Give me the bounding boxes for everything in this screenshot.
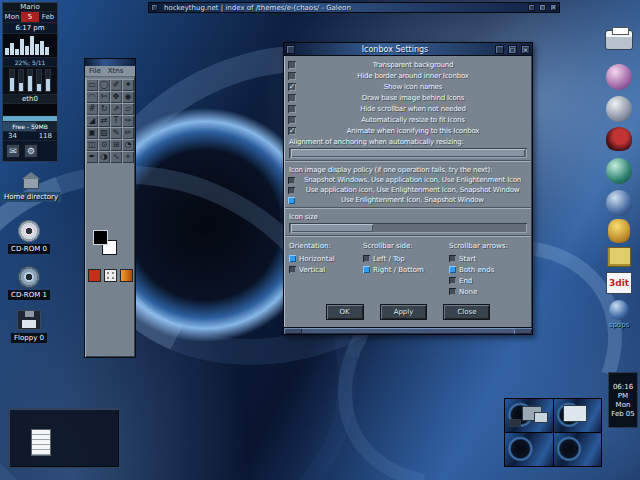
policy-row[interactable]: Use application icon, Use Enlightenment … [284, 185, 532, 195]
maximize-button[interactable]: □ [539, 4, 546, 11]
gimp-titlebar[interactable] [85, 59, 135, 66]
window-menu-button[interactable] [151, 4, 158, 11]
dock-item-app2[interactable] [602, 96, 636, 122]
checkbox[interactable] [289, 266, 296, 273]
policy-row[interactable]: Use Enlightenment Icon, Snapshot Window [284, 195, 532, 205]
slider-knob[interactable] [291, 149, 525, 157]
checkbox-checked[interactable] [363, 266, 370, 273]
tool-button[interactable]: ∿ [110, 151, 122, 163]
tool-button[interactable]: ▭ [86, 79, 98, 91]
orientation-option[interactable]: Vertical [289, 264, 359, 275]
option-row[interactable]: Automatically resize to fit Icons [284, 114, 532, 125]
radio-button-selected[interactable] [288, 197, 295, 204]
maximize-button[interactable]: □ [508, 45, 517, 54]
tool-button[interactable]: ◢ [86, 115, 98, 127]
tool-button[interactable]: ⇄ [98, 115, 110, 127]
dock-item-app5[interactable] [602, 219, 636, 243]
iconified-window-icon[interactable] [31, 429, 51, 456]
dock-item-app3[interactable] [602, 158, 636, 184]
gear-icon[interactable]: ⚙ [24, 144, 38, 158]
close-icon[interactable]: × [550, 4, 557, 11]
pager-desktop-1[interactable] [505, 399, 553, 432]
pager-window[interactable] [563, 405, 587, 422]
icon-size-slider[interactable] [289, 223, 527, 233]
iconbox[interactable] [8, 408, 120, 468]
checkbox-checked[interactable]: ✓ [288, 83, 296, 91]
option-row[interactable]: Transparent background [284, 59, 532, 70]
menu-xtns[interactable]: Xtns [108, 67, 124, 75]
desktop-icon-cdrom1[interactable]: CD-ROM 1 [4, 266, 54, 300]
dock-item-mozilla[interactable] [602, 127, 636, 151]
dock-item-app4[interactable] [602, 190, 636, 216]
pager-desktop-2[interactable] [554, 399, 602, 432]
resize-bar[interactable] [284, 327, 532, 334]
brush-indicator[interactable] [88, 269, 101, 282]
radio-button[interactable] [288, 177, 295, 184]
option-row[interactable]: Hide border around inner Iconbox [284, 70, 532, 81]
checkbox[interactable] [449, 277, 456, 284]
dock-item-printer[interactable] [602, 30, 636, 50]
tool-button[interactable]: ✑ [122, 115, 134, 127]
menu-file[interactable]: File [89, 67, 101, 75]
tool-button[interactable]: ↻ [98, 103, 110, 115]
desktop-icon-home[interactable]: Home directory [2, 178, 60, 202]
dock-item-edit[interactable]: 3dit [602, 272, 636, 294]
gradient-indicator[interactable] [120, 269, 133, 282]
ok-button[interactable]: OK [326, 304, 364, 320]
pager-window[interactable] [509, 419, 521, 427]
checkbox[interactable] [449, 288, 456, 295]
tool-button[interactable]: ⇗ [110, 103, 122, 115]
tool-button[interactable]: ◠ [86, 91, 98, 103]
radio-button[interactable] [288, 187, 295, 194]
desktop-icon-floppy[interactable]: Floppy 0 [2, 310, 56, 343]
checkbox[interactable] [288, 105, 296, 113]
scrollbar-arrows-option[interactable]: End [449, 275, 527, 286]
tool-button[interactable]: ✎ [110, 127, 122, 139]
tool-button[interactable]: # [86, 103, 98, 115]
apply-button[interactable]: Apply [380, 304, 428, 320]
tool-button[interactable]: ▱ [122, 103, 134, 115]
tool-button[interactable]: ⊞ [110, 139, 122, 151]
mail-icon[interactable]: ✉ [6, 144, 20, 158]
checkbox[interactable] [288, 94, 296, 102]
checkbox[interactable] [288, 116, 296, 124]
desktop-icon-cdrom0[interactable]: CD-ROM 0 [4, 220, 54, 254]
option-row[interactable]: Draw base image behind Icons [284, 92, 532, 103]
checkbox-checked[interactable] [449, 266, 456, 273]
slider-knob[interactable] [291, 224, 373, 232]
scrollbar-arrows-option[interactable]: Both ends [449, 264, 527, 275]
tool-button[interactable]: ✒ [86, 151, 98, 163]
tool-button[interactable]: ◯ [98, 79, 110, 91]
checkbox-checked[interactable]: ✓ [288, 127, 296, 135]
iconify-button[interactable]: _ [528, 4, 535, 11]
option-row[interactable]: ✓ Animate when iconifying to this Iconbo… [284, 125, 532, 136]
resize-handle-left[interactable] [284, 328, 302, 334]
policy-row[interactable]: Snapshot Windows, Use application icon, … [284, 175, 532, 185]
tool-button[interactable]: ◔ [122, 139, 134, 151]
tool-button[interactable]: ✐ [110, 79, 122, 91]
close-button[interactable]: Close [443, 304, 490, 320]
tool-button[interactable]: ✄ [98, 91, 110, 103]
tool-button[interactable]: ✦ [122, 79, 134, 91]
close-icon[interactable]: × [521, 45, 530, 54]
scrollbar-side-option[interactable]: Right / Bottom [363, 264, 445, 275]
checkbox[interactable] [288, 61, 296, 69]
tool-button[interactable]: ◑ [98, 151, 110, 163]
dock-item-app1[interactable] [602, 64, 636, 90]
resize-handle-right[interactable] [514, 328, 532, 334]
window-menu-button[interactable] [286, 45, 295, 54]
tool-button[interactable]: T [110, 115, 122, 127]
tool-button[interactable]: ◉ [122, 91, 134, 103]
tool-button[interactable]: ✥ [110, 91, 122, 103]
pager-desktop-3[interactable] [505, 433, 553, 466]
checkbox[interactable] [449, 255, 456, 262]
tool-button[interactable]: ◫ [86, 139, 98, 151]
sysmon-epplet[interactable]: Mario Mon 5 Feb 6:17 pm 22%; 5/11 eth0 [2, 2, 58, 162]
galeon-titlebar[interactable]: hockeythug.net | index of /themes/e-(cha… [148, 2, 560, 13]
checkbox[interactable] [288, 72, 296, 80]
tool-button[interactable]: ▣ [86, 127, 98, 139]
scrollbar-arrows-option[interactable]: None [449, 286, 527, 297]
option-row[interactable]: ✓ Show icon names [284, 81, 532, 92]
dock-item-spops[interactable]: spops [602, 300, 636, 329]
foreground-color-swatch[interactable] [93, 230, 108, 245]
